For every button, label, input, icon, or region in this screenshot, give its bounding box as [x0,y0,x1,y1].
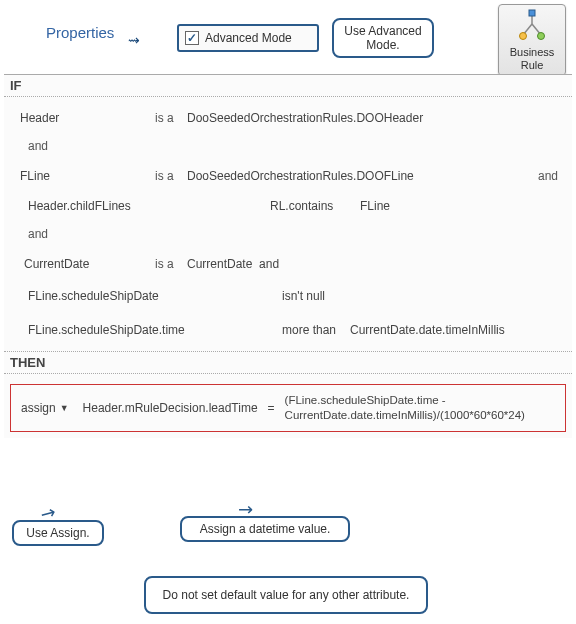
then-body: assign ▼ Header.mRuleDecision.leadTime =… [4,374,572,438]
cond-op: isn't null [282,289,402,303]
and-text: and [259,257,279,271]
business-rule-label: Business Rule [499,46,565,70]
advanced-mode-checkbox[interactable]: ✓ [185,31,199,45]
chevron-down-icon: ▼ [60,403,69,413]
cond-op: more than [282,323,350,337]
cond-right: DooSeededOrchestrationRules.DOOFLine [187,169,528,183]
cond-left: Header [10,111,155,125]
and-text: and [10,133,566,159]
condition-row: FLine.scheduleShipDate.time more than Cu… [10,313,566,351]
business-rule-button[interactable]: Business Rule [498,4,566,76]
cond-right: CurrentDate.date.timeInMillis [350,323,566,337]
svg-point-4 [520,33,527,40]
assign-label: assign [21,401,56,415]
if-header: IF [4,74,572,97]
advanced-mode-label: Advanced Mode [205,31,292,45]
then-header: THEN [4,352,572,374]
callout-no-default: Do not set default value for any other a… [144,576,428,614]
cond-right: CurrentDate [187,257,252,271]
cond-left: FLine.scheduleShipDate.time [10,323,282,337]
is-a-text: is a [155,257,187,271]
condition-row: CurrentDate is a CurrentDate and [10,247,566,279]
svg-point-5 [538,33,545,40]
cond-op: RL.contains [270,199,360,213]
assign-action-row: assign ▼ Header.mRuleDecision.leadTime =… [10,384,566,432]
cond-left: FLine.scheduleShipDate [10,289,282,303]
if-body: Header is a DooSeededOrchestrationRules.… [4,97,572,352]
business-rule-icon [515,9,549,43]
callout-use-advanced: Use Advanced Mode. [332,18,434,58]
assign-dropdown[interactable]: assign ▼ [17,399,73,417]
condition-row: Header.childFLines RL.contains FLine [10,191,566,221]
condition-row: FLine.scheduleShipDate isn't null [10,279,566,313]
properties-label: Properties [46,24,114,41]
cond-left: Header.childFLines [10,199,270,213]
is-a-text: is a [155,111,187,125]
pointer-arrow-icon: ⇝ [128,32,140,48]
equals-sign: = [268,401,275,415]
svg-rect-3 [529,10,535,16]
callout-assign-datetime: Assign a datetime value. [180,516,350,542]
cond-left: CurrentDate [10,257,155,271]
assign-target: Header.mRuleDecision.leadTime [83,401,258,415]
and-text: and [528,169,566,183]
cond-left: FLine [10,169,155,183]
assign-expression: (FLine.scheduleShipDate.time - CurrentDa… [285,393,559,423]
and-text: and [10,221,566,247]
callout-use-assign: Use Assign. [12,520,104,546]
advanced-mode-container: ✓ Advanced Mode [177,24,319,52]
rule-body: IF Header is a DooSeededOrchestrationRul… [4,74,572,438]
condition-row: Header is a DooSeededOrchestrationRules.… [10,101,566,133]
condition-row: FLine is a DooSeededOrchestrationRules.D… [10,159,566,191]
cond-right: FLine [360,199,566,213]
cond-right: DooSeededOrchestrationRules.DOOHeader [187,111,566,125]
is-a-text: is a [155,169,187,183]
